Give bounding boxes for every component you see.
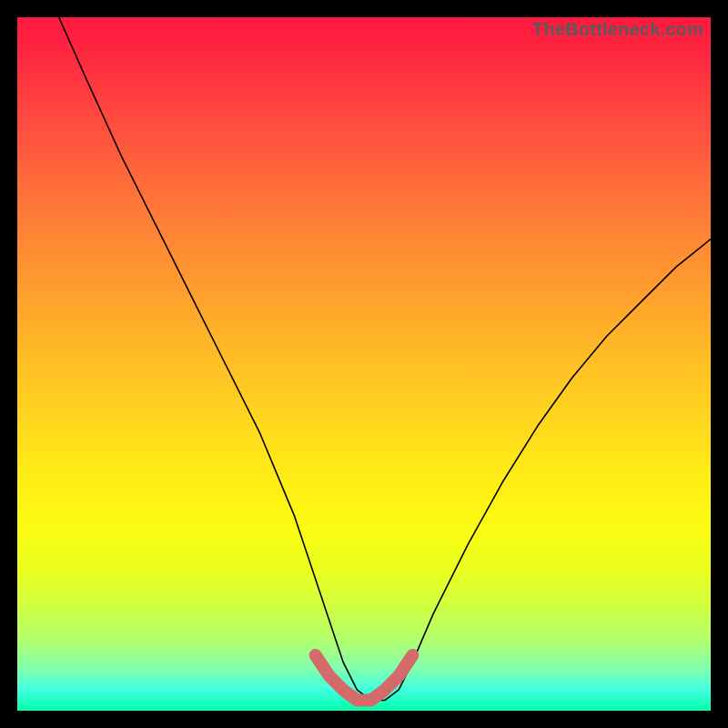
marker-segment (316, 655, 413, 701)
chart-container: TheBottleneck.com (0, 0, 728, 728)
plot-area: TheBottleneck.com (17, 17, 711, 711)
curve-line (59, 17, 711, 701)
chart-svg (17, 17, 711, 711)
